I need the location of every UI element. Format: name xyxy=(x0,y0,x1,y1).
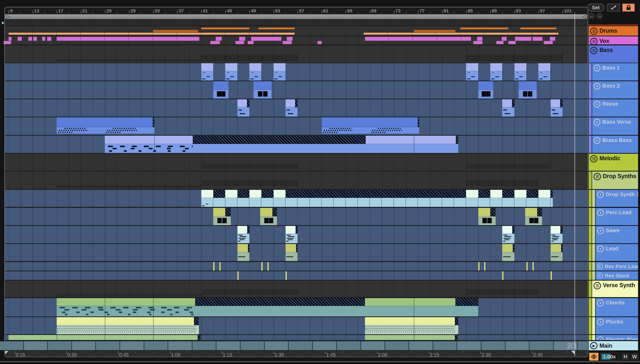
clip-bar[interactable] xyxy=(364,33,558,35)
clip[interactable] xyxy=(238,99,249,116)
clip[interactable] xyxy=(519,81,537,98)
section-segment[interactable] xyxy=(457,341,481,350)
clip-tick[interactable] xyxy=(219,262,221,270)
track-block[interactable]: ▶Rev Stack xyxy=(595,271,638,280)
section-segment[interactable] xyxy=(265,341,288,350)
clip[interactable] xyxy=(9,335,200,340)
track-block[interactable]: ▼Saws xyxy=(595,226,638,243)
clip-bar[interactable] xyxy=(508,41,516,44)
clip[interactable] xyxy=(365,335,458,340)
play-icon[interactable]: ▶ xyxy=(597,264,603,269)
unfold-icon[interactable]: ▼ xyxy=(597,246,604,252)
clip-bar[interactable] xyxy=(318,41,322,44)
track-block[interactable]: Verse Synth xyxy=(592,280,638,297)
clip-bar[interactable] xyxy=(496,41,504,44)
clip-bar[interactable] xyxy=(544,41,553,44)
clip[interactable] xyxy=(254,81,272,98)
clip[interactable] xyxy=(238,244,249,261)
group-fold-icon[interactable] xyxy=(594,282,601,289)
set-button[interactable]: Set xyxy=(587,4,604,12)
track-block[interactable]: Drums xyxy=(589,26,638,36)
sidebar-track-chords[interactable]: ▼Chords xyxy=(589,298,638,316)
section-segment[interactable] xyxy=(289,341,312,350)
group-fold-icon[interactable] xyxy=(590,47,597,54)
clip[interactable] xyxy=(249,63,261,80)
track-block[interactable]: Bass xyxy=(589,46,638,63)
clip-tick[interactable] xyxy=(478,262,480,270)
clip-bar[interactable] xyxy=(57,37,199,41)
section-segment[interactable] xyxy=(385,341,409,350)
track-block[interactable]: ▼Reese xyxy=(592,99,638,116)
sidebar-track-brass-bass[interactable]: ▼Brass Bass xyxy=(589,136,638,153)
clip[interactable] xyxy=(551,244,563,261)
clip-bar[interactable] xyxy=(466,55,562,61)
unfold-icon[interactable]: ▼ xyxy=(597,228,604,234)
clip[interactable] xyxy=(105,117,154,134)
track-block[interactable]: Drop Synths xyxy=(592,172,638,189)
clip-bar[interactable] xyxy=(201,180,298,186)
sidebar-track-drop-synth-1[interactable]: ▼Drop Synth 1 xyxy=(589,190,638,207)
clip-bar[interactable] xyxy=(550,37,555,41)
clip[interactable] xyxy=(466,63,478,80)
clip-bar[interactable] xyxy=(216,37,222,41)
section-segment[interactable] xyxy=(433,341,457,350)
section-segment[interactable] xyxy=(506,341,529,350)
clip-bar[interactable] xyxy=(473,41,483,44)
clip-tick[interactable] xyxy=(261,262,263,270)
clip[interactable] xyxy=(57,317,199,334)
clip[interactable] xyxy=(201,190,553,207)
sidebar-track-verse-synth[interactable]: Verse Synth xyxy=(589,280,638,297)
section-segment[interactable] xyxy=(48,341,71,350)
track-block[interactable]: ▼Bass 2 xyxy=(592,81,638,98)
clip-bar[interactable] xyxy=(9,37,12,41)
group-fold-icon[interactable] xyxy=(594,173,601,180)
clip-bar[interactable] xyxy=(259,28,295,29)
clip[interactable] xyxy=(502,244,514,261)
section-segment[interactable] xyxy=(409,341,433,350)
section-segment[interactable] xyxy=(217,341,240,350)
sidebar-track-bass-1[interactable]: ▼Bass 1 xyxy=(589,63,638,80)
unfold-icon[interactable]: ▼ xyxy=(597,336,604,340)
clip-bar[interactable] xyxy=(533,37,543,41)
track-block[interactable]: Melodic xyxy=(589,154,638,171)
sidebar-track-plucks[interactable]: ▼Plucks xyxy=(589,317,638,334)
section-segment[interactable] xyxy=(578,341,588,350)
sidebar-track-rev-stack[interactable]: ▶Rev Stack xyxy=(589,271,638,280)
clip[interactable] xyxy=(502,99,514,116)
clip-bar[interactable] xyxy=(239,37,245,41)
clip[interactable] xyxy=(213,81,229,98)
section-segment[interactable] xyxy=(313,341,336,350)
clip-bar[interactable] xyxy=(47,37,51,41)
clip[interactable] xyxy=(105,136,458,153)
clip-bar[interactable] xyxy=(460,28,508,29)
draw-mode-button[interactable] xyxy=(607,4,620,12)
sidebar-track-bass-2[interactable]: ▼Bass 2 xyxy=(589,81,638,98)
track-block[interactable]: ▶Main xyxy=(589,341,638,350)
clip-bar[interactable] xyxy=(57,59,201,62)
clip-bar[interactable] xyxy=(477,37,483,41)
section-segment[interactable] xyxy=(0,341,23,350)
clip-bar[interactable] xyxy=(515,37,531,41)
sidebar-track-saws[interactable]: ▼Saws xyxy=(589,226,638,243)
clip[interactable] xyxy=(490,63,502,80)
section-segment[interactable] xyxy=(168,341,192,350)
sidebar-track-bass[interactable]: Bass xyxy=(589,46,638,63)
clip-tick[interactable] xyxy=(213,262,215,270)
track-block[interactable]: ▼Bass Verse xyxy=(592,117,638,135)
sidebar-track-drop-synths[interactable]: Drop Synths xyxy=(589,172,638,189)
width-zoom-button[interactable]: W xyxy=(631,353,638,360)
clip-tick[interactable] xyxy=(533,262,534,270)
clip-tick[interactable] xyxy=(238,271,239,280)
section-segment[interactable] xyxy=(72,341,96,350)
clip[interactable] xyxy=(57,298,478,316)
group-fold-icon[interactable] xyxy=(590,155,597,162)
section-segment[interactable] xyxy=(361,341,384,350)
clip-bar[interactable] xyxy=(4,41,11,44)
unfold-icon[interactable]: ▼ xyxy=(594,119,600,126)
sidebar-track-perc-lead[interactable]: ▼Perc Lead xyxy=(589,208,638,225)
clip[interactable] xyxy=(370,117,419,134)
clip-bar[interactable] xyxy=(414,30,455,31)
clip[interactable] xyxy=(286,244,298,261)
clip-bar[interactable] xyxy=(33,37,37,41)
clip-bar[interactable] xyxy=(466,164,550,169)
